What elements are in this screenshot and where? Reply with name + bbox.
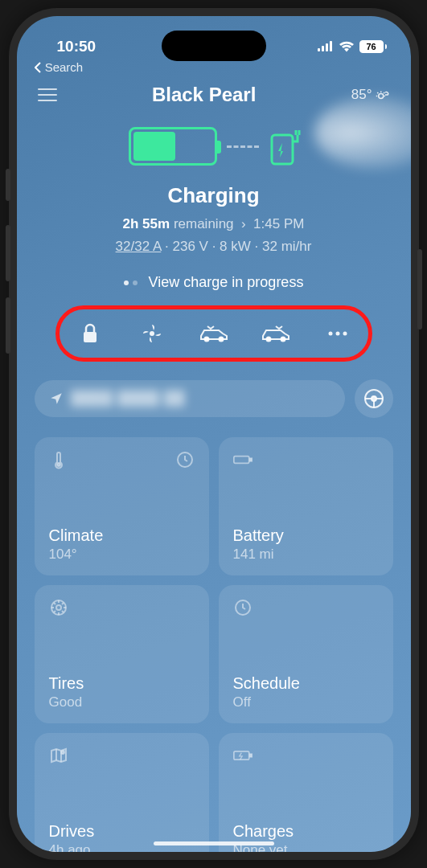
wifi-icon	[339, 41, 355, 52]
svg-rect-26	[249, 754, 252, 756]
battery-indicator: 76	[359, 40, 387, 53]
thermometer-icon	[49, 450, 68, 469]
dynamic-island	[162, 31, 266, 61]
view-charge-progress[interactable]: View charge in progress	[17, 271, 411, 305]
svg-rect-1	[322, 46, 324, 51]
menu-icon[interactable]	[38, 84, 57, 105]
charge-icon	[233, 746, 253, 765]
location-pill[interactable]: ████ ████ ██	[35, 380, 345, 417]
svg-point-11	[281, 338, 285, 342]
back-link[interactable]: Search	[17, 60, 411, 74]
card-label: Schedule	[233, 674, 379, 693]
svg-point-16	[372, 396, 376, 401]
page-dots-icon	[124, 280, 138, 285]
charging-time-row[interactable]: 2h 55m remaining › 1:45 PM	[41, 213, 387, 235]
svg-point-7	[150, 331, 154, 336]
svg-rect-20	[249, 458, 252, 461]
card-value: Good	[49, 694, 195, 710]
svg-point-24	[61, 751, 64, 754]
svg-point-13	[335, 332, 339, 336]
svg-rect-2	[326, 43, 328, 51]
charging-details-row[interactable]: 32/32 A · 236 V · 8 kW · 32 mi/hr	[41, 235, 387, 258]
tire-icon	[49, 598, 68, 617]
map-icon	[49, 746, 68, 765]
svg-point-8	[204, 338, 208, 342]
card-label: Tires	[49, 674, 195, 693]
car-battery-icon	[129, 127, 217, 166]
card-label: Climate	[49, 526, 195, 545]
clock-icon	[175, 450, 195, 469]
svg-point-10	[266, 338, 270, 342]
page-title: Black Pearl	[57, 84, 351, 106]
svg-rect-3	[330, 41, 332, 51]
svg-point-22	[56, 605, 61, 610]
charger-icon	[269, 127, 299, 166]
steering-wheel-button[interactable]	[355, 379, 393, 418]
svg-rect-5	[272, 135, 293, 164]
svg-rect-6	[84, 332, 96, 342]
battery-icon	[233, 450, 253, 469]
quick-actions-highlight	[55, 305, 372, 362]
back-link-label: Search	[45, 60, 84, 74]
svg-point-12	[328, 332, 332, 336]
lock-button[interactable]	[74, 317, 106, 350]
card-label: Battery	[233, 526, 379, 545]
card-value: Off	[233, 694, 379, 710]
svg-rect-0	[318, 48, 320, 51]
location-arrow-icon	[49, 391, 64, 406]
home-indicator[interactable]	[154, 841, 274, 845]
charges-card[interactable]: Charges None yet	[219, 733, 393, 852]
frunk-button[interactable]	[198, 317, 230, 350]
more-button[interactable]	[322, 317, 354, 350]
drives-card[interactable]: Drives 4h ago	[35, 733, 209, 852]
card-label: Drives	[49, 822, 195, 841]
svg-rect-19	[233, 457, 248, 464]
location-text: ████ ████ ██	[72, 391, 186, 407]
signal-icon	[318, 41, 334, 51]
trunk-button[interactable]	[260, 317, 292, 350]
svg-rect-25	[233, 751, 248, 760]
schedule-card[interactable]: Schedule Off	[219, 585, 393, 723]
svg-point-14	[343, 332, 347, 336]
card-value: 104°	[49, 547, 195, 563]
charging-status-title: Charging	[41, 183, 387, 208]
tires-card[interactable]: Tires Good	[35, 585, 209, 723]
svg-point-9	[219, 338, 223, 342]
battery-card[interactable]: Battery 141 mi	[219, 437, 393, 575]
climate-card[interactable]: Climate 104°	[35, 437, 209, 575]
clock: 10:50	[57, 38, 96, 55]
fan-button[interactable]	[136, 317, 168, 350]
card-label: Charges	[233, 822, 379, 841]
clock-icon	[233, 598, 253, 617]
svg-point-17	[57, 463, 60, 466]
card-value: 141 mi	[233, 547, 379, 563]
